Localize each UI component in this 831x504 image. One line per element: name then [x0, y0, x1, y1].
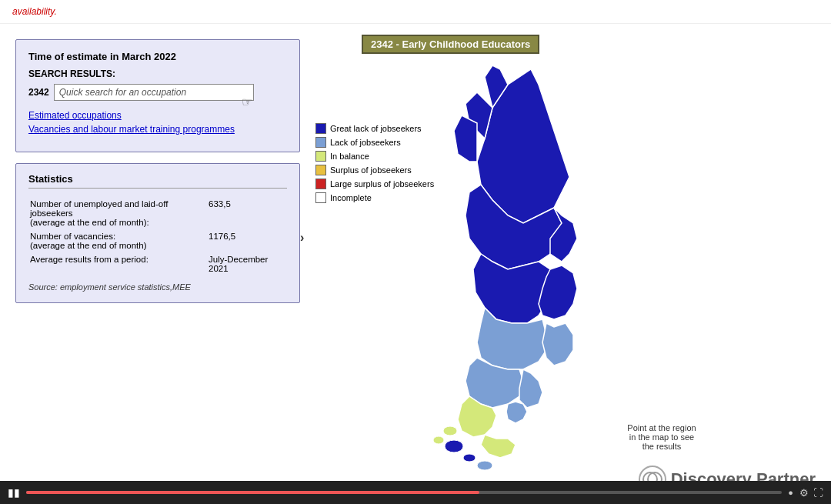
svg-point-16	[463, 454, 476, 462]
left-panel: Time of estimate in March 2022 SEARCH RE…	[15, 32, 300, 497]
fullscreen-icon[interactable]: ⛶	[813, 487, 823, 499]
progress-fill	[26, 491, 479, 494]
search-input[interactable]	[54, 84, 254, 101]
svg-marker-3	[454, 115, 477, 162]
search-title: Time of estimate in March 2022	[28, 51, 287, 62]
stat-value-2: 1176,5	[209, 230, 285, 252]
svg-point-15	[445, 440, 463, 452]
search-input-row: 2342 ☞	[28, 84, 287, 101]
tooltip-text: Point at the region in the map to see th…	[627, 423, 696, 451]
svg-marker-13	[519, 369, 542, 408]
search-panel: Time of estimate in March 2022 SEARCH RE…	[15, 39, 300, 152]
results-label: SEARCH RESULTS:	[28, 68, 287, 79]
stats-title: Statistics	[28, 173, 287, 189]
legend-label-6: Incomplete	[330, 193, 372, 202]
stat-value-3: July-December 2021	[209, 253, 285, 275]
legend-label-2: Lack of jobseekers	[330, 138, 401, 147]
links-area: Estimated occupations Vacancies and labo…	[28, 110, 287, 135]
legend-color-6	[315, 192, 326, 203]
table-row: Number of unemployed and laid-off jobsee…	[30, 198, 285, 229]
legend-color-3	[315, 151, 326, 162]
map-tooltip-note: Point at the region in the map to see th…	[623, 423, 700, 451]
estimated-occupations-link[interactable]: Estimated occupations	[28, 110, 287, 121]
control-icons: ⚙ ⛶	[799, 487, 823, 499]
stats-panel: Statistics Number of unemployed and laid…	[15, 163, 300, 303]
finland-map[interactable]	[408, 62, 654, 492]
legend-label-3: In balance	[330, 152, 369, 161]
svg-marker-12	[481, 435, 516, 458]
stat-label-1: Number of unemployed and laid-off jobsee…	[30, 198, 207, 229]
map-container: › Great lack of jobseekers Lack of jobse…	[315, 62, 692, 497]
stat-label-2: Number of vacancies:(average at the end …	[30, 230, 207, 252]
svg-point-18	[443, 426, 457, 436]
svg-point-19	[433, 436, 444, 444]
main-content: Time of estimate in March 2022 SEARCH RE…	[0, 24, 831, 504]
legend-label-4: Surplus of jobseekers	[330, 165, 412, 175]
legend-color-4	[315, 165, 326, 175]
svg-marker-14	[506, 402, 527, 423]
vacancies-link[interactable]: Vacancies and labour market training pro…	[28, 124, 287, 135]
availability-text: availability.	[12, 6, 57, 17]
stat-value-1: 633,5	[209, 198, 285, 229]
progress-bar[interactable]	[26, 491, 782, 494]
time-label: ●	[788, 488, 793, 497]
svg-marker-9	[542, 323, 573, 365]
table-row: Number of vacancies:(average at the end …	[30, 230, 285, 252]
stat-label-3: Average results from a period:	[30, 253, 207, 275]
nav-arrow[interactable]: ›	[300, 231, 304, 245]
right-panel: 2342 - Early Childhood Educators › Great…	[315, 32, 816, 497]
legend-color-5	[315, 179, 326, 189]
top-bar: availability.	[0, 0, 831, 24]
map-title: 2342 - Early Childhood Educators	[362, 35, 539, 54]
play-pause-button[interactable]: ▮▮	[8, 486, 20, 499]
legend-color-1	[315, 123, 326, 134]
settings-icon[interactable]: ⚙	[799, 487, 809, 499]
stats-table: Number of unemployed and laid-off jobsee…	[28, 196, 287, 276]
table-row: Average results from a period: July-Dece…	[30, 253, 285, 275]
video-controls: ▮▮ ● ⚙ ⛶	[0, 481, 831, 504]
cursor-icon: ☞	[242, 95, 252, 109]
stats-source: Source: employment service statistics,ME…	[28, 282, 287, 292]
search-code: 2342	[28, 87, 49, 98]
legend-color-2	[315, 137, 326, 148]
svg-point-17	[477, 461, 492, 470]
